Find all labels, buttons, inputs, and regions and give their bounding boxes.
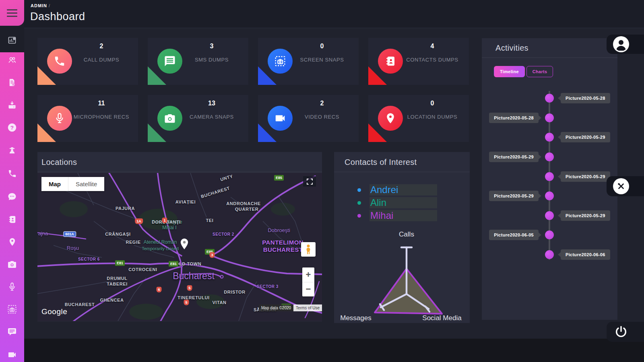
stat-card-microphone-recs[interactable]: 11 MICROPHONE RECS [37, 95, 138, 142]
map-label: SECTOR 6 [78, 257, 100, 261]
timeline-dot[interactable] [545, 191, 554, 200]
sidebar-item-inbox[interactable] [0, 96, 24, 114]
map-fullscreen-button[interactable] [303, 176, 316, 187]
sidebar-item-reports[interactable] [0, 74, 24, 91]
timeline-label[interactable]: Picture2020-06-06 [561, 249, 610, 260]
terms-of-use-link[interactable]: Terms of Use [293, 304, 322, 311]
breadcrumb[interactable]: ADMIN/ [31, 3, 50, 8]
sidebar-item-dashboard[interactable] [0, 31, 24, 49]
sidebar-item-camera[interactable] [0, 255, 24, 273]
tools-icon [613, 178, 629, 194]
tab-timeline[interactable]: Timeline [494, 66, 525, 77]
sidebar-item-locations[interactable] [0, 233, 24, 251]
timeline-dot[interactable] [545, 230, 554, 239]
stat-card-location-dumps[interactable]: 0 LOCATION DUMPS [368, 95, 469, 142]
stat-value: 3 [182, 43, 242, 50]
contact-legend-item[interactable]: Andrei [357, 183, 470, 196]
google-map[interactable]: UNTY BUCHAREST AVIAȚIEI ANDRONACHE QUART… [37, 173, 322, 321]
corner-decoration [148, 66, 166, 85]
timeline-label[interactable]: Picture2020-05-28 [561, 93, 610, 103]
map-label: ANDRONACHE [226, 201, 260, 206]
timeline-label[interactable]: Picture2020-05-29 [561, 210, 610, 221]
corner-decoration [258, 123, 277, 142]
timeline-dot[interactable] [545, 211, 554, 220]
spy-icon [7, 145, 17, 155]
screenshot-camera-icon [7, 304, 17, 314]
sidebar-item-chats[interactable] [0, 188, 24, 206]
legend-bullet-icon [357, 214, 361, 218]
timeline-dot[interactable] [545, 172, 554, 181]
timeline-dot[interactable] [545, 250, 554, 259]
stat-card-screen-snaps[interactable]: 0 SCREEN SNAPS [258, 38, 359, 85]
timeline-dot[interactable] [545, 113, 554, 122]
question-circle-icon: ? [7, 122, 17, 133]
timeline-label[interactable]: Picture2020-05-29 [561, 132, 610, 142]
timeline-item: Picture2020-05-29 [482, 186, 617, 206]
radar-axis-calls: Calls [399, 230, 414, 238]
stat-value: 11 [71, 100, 132, 107]
corner-decoration [37, 66, 56, 85]
timeline-label[interactable]: Picture2020-06-05 [489, 230, 539, 240]
sms-icon [7, 327, 17, 337]
stat-card-camera-snaps[interactable]: 13 CAMERA SNAPS [148, 95, 248, 142]
map-label: 601A [63, 231, 76, 237]
contacts-legend: Andrei Alin Mihai [357, 183, 470, 222]
breadcrumb-admin[interactable]: ADMIN [31, 3, 47, 8]
dashboard-page: ADMIN/ Dashboard [0, 0, 644, 362]
timeline-dot[interactable] [545, 133, 554, 142]
map-label: Bucharest [173, 271, 215, 282]
power-button[interactable] [607, 322, 644, 342]
pegman-streetview-control[interactable] [301, 242, 316, 257]
stat-value: 4 [402, 43, 462, 50]
zoom-out-button[interactable]: − [302, 282, 314, 297]
sidebar-item-contacts[interactable] [0, 210, 24, 228]
contact-name: Mihai [369, 210, 437, 221]
stat-card-call-dumps[interactable]: 2 CALL DUMPS [37, 38, 138, 85]
timeline-label[interactable]: Picture2020-05-29 [561, 171, 610, 182]
sidebar-item-spy[interactable] [0, 141, 24, 159]
contact-name: Andrei [369, 184, 437, 195]
timeline-label[interactable]: Picture2020-05-29 [489, 191, 539, 201]
timeline-item: Picture2020-05-29 [482, 206, 617, 226]
map-marker-pin[interactable] [179, 238, 190, 252]
contact-legend-item[interactable]: Alin [357, 196, 470, 209]
sidebar-item-screenshots[interactable] [0, 300, 24, 318]
locations-panel-header: Locations [37, 152, 322, 172]
stat-card-sms-dumps[interactable]: 3 SMS DUMPS [148, 38, 248, 85]
profile-button[interactable] [607, 35, 644, 54]
google-logo[interactable]: Google [41, 307, 67, 316]
map-label: Roşu [67, 245, 79, 251]
footer-strip [24, 339, 644, 362]
stat-value: 0 [292, 43, 352, 50]
user-avatar-icon [613, 36, 629, 52]
sidebar-item-users[interactable] [0, 51, 24, 69]
radar-chart: Calls Messages Social Media [334, 223, 470, 323]
tab-charts[interactable]: Charts [526, 66, 553, 77]
sidebar-item-microphone[interactable] [0, 278, 24, 296]
contact-legend-item[interactable]: Mihai [357, 209, 470, 222]
timeline-dot[interactable] [545, 94, 554, 103]
sidebar-item-sms[interactable] [0, 323, 24, 341]
zoom-in-button[interactable]: + [302, 267, 314, 282]
stat-card-contacts-dumps[interactable]: 4 CONTACTS DUMPS [368, 38, 469, 85]
timeline-label[interactable]: Picture2020-05-28 [489, 113, 539, 123]
stat-card-video-recs[interactable]: 2 VIDEO RECS [258, 95, 359, 142]
map-label: BUCHAREST [65, 302, 95, 307]
map-type-map-button[interactable]: Map [41, 177, 68, 191]
timeline-label[interactable]: Picture2020-05-29 [489, 152, 539, 162]
stat-label: MICROPHONE RECS [71, 113, 132, 120]
map-type-control: Map Satellite [41, 177, 104, 191]
timeline-dot[interactable] [545, 152, 554, 161]
sidebar-item-video[interactable] [0, 346, 24, 362]
map-type-satellite-button[interactable]: Satellite [68, 177, 104, 191]
activities-timeline: Picture2020-05-28 Picture2020-05-28 Pict… [482, 88, 617, 274]
sidebar-item-calls[interactable] [0, 165, 24, 182]
map-label: PAJURA [116, 206, 135, 211]
map-label: GHENCEA [100, 298, 124, 302]
map-attribution: Map data ©2020 Terms of Use [259, 304, 322, 311]
tools-button[interactable] [607, 176, 644, 196]
menu-toggle-button[interactable] [0, 0, 24, 26]
stat-label: CAMERA SNAPS [182, 113, 242, 120]
map-label: Dobroeşti [268, 227, 290, 233]
sidebar-item-help[interactable]: ? [0, 119, 24, 136]
